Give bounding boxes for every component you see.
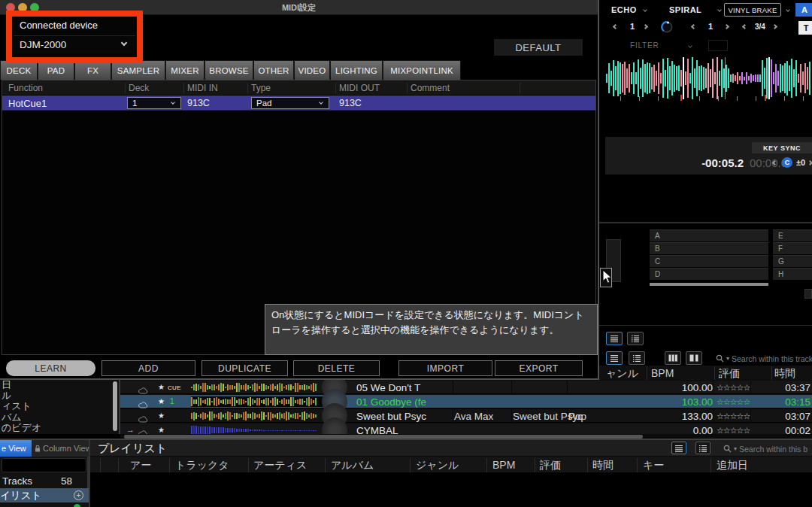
col-key[interactable]: キー [643,459,664,472]
split-view-icon[interactable] [686,351,702,365]
sidebar-item-tracks[interactable]: Tracks 58 [0,475,89,488]
sidebar-filter-box[interactable] [2,458,86,472]
col-track-title[interactable]: トラックタ [175,459,229,472]
fx-knob-icon[interactable] [660,20,674,37]
track-row[interactable]: ★ CUE 05 We Don't T 100.00 ☆☆☆☆☆ 03:37 [120,381,812,394]
col-artwork[interactable]: アー [130,459,151,472]
sidebar-item-playlist-selected[interactable]: イリスト + [0,488,89,502]
sidebar-item-partial[interactable] [0,502,89,507]
hot-cue-slot[interactable]: C [650,255,768,267]
type-select[interactable]: Pad [251,97,329,109]
fx3-select[interactable]: VINYL BRAKE [724,3,781,17]
sidebar-item[interactable]: 日 [0,380,119,390]
track-search-input[interactable]: ▾ Search within this track [716,353,812,364]
header-time[interactable]: 時間 [774,367,795,381]
hot-cue-slot[interactable]: B [650,242,768,254]
playlist-search-input[interactable]: ▾ Search within this b [723,443,812,454]
hot-cue-slot[interactable]: H [773,268,812,280]
filter-select[interactable]: FILTER [630,41,659,50]
col-album[interactable]: アルバム [331,459,374,472]
key-sync-button[interactable]: KEY SYNC [752,142,812,153]
add-playlist-icon[interactable]: + [74,490,83,500]
col-comment[interactable]: Comment [411,83,450,93]
tab-mixpointlink[interactable]: MIXPOINTLINK [383,60,461,80]
star-icon[interactable]: ★ [158,411,165,420]
track-rating[interactable]: ☆☆☆☆☆ [717,397,750,407]
tab-lighting[interactable]: LIGHTING [330,60,383,80]
sidebar-scrollbar[interactable] [113,381,117,431]
import-button[interactable]: IMPORT [398,360,492,376]
track-time: 00:02 [752,425,810,434]
col-bpm[interactable]: BPM [492,459,515,471]
col-artist[interactable]: アーティス [253,459,307,472]
col-midi-out[interactable]: MIDI OUT [339,83,380,93]
tab-browse[interactable]: BROWSE [205,60,253,80]
list-view-icon[interactable] [606,332,623,345]
fx-assign-button[interactable]: A [795,3,812,17]
fx2-select[interactable]: SPIRAL [669,5,701,14]
header-rating[interactable]: 評価 [719,367,740,381]
tap-button[interactable]: T [798,21,812,35]
track-strip-sidebar: 日 ル ィスト バム のビデオ [0,380,120,434]
track-rating[interactable]: ☆☆☆☆☆ [717,411,750,421]
track-row[interactable]: ★ Sweet but Psyc Ava Max Sweet but Psyc … [120,409,812,423]
col-rating[interactable]: 評価 [540,459,561,472]
tab-mixer[interactable]: MIXER [165,60,205,80]
track-row-selected[interactable]: ★ 1 01 Goodbye (fe 103.00 ☆☆☆☆☆ 03:15 [120,395,812,408]
track-rating[interactable]: ☆☆☆☆☆ [717,383,750,393]
hot-cue-slot[interactable]: E [773,229,812,241]
tab-video[interactable]: VIDEO [294,60,330,80]
header-bpm[interactable]: BPM [651,367,674,379]
header-genre[interactable]: ャンル [606,367,638,381]
app-root: MIDI設定 DEFAULT DECK PAD FX SAMPLER MIXER… [0,0,812,507]
tab-other[interactable]: OTHER [253,60,294,80]
tab-column-view[interactable]: Column View [32,440,89,457]
detail-list-icon[interactable] [629,351,645,365]
col-type[interactable]: Type [251,83,271,93]
search-filter-icon: ▾ [726,355,729,362]
chevron-down-icon [121,40,127,46]
column-view-icon[interactable] [665,351,681,365]
default-button[interactable]: DEFAULT [494,39,583,56]
learn-button[interactable]: LEARN [6,360,95,376]
col-function[interactable]: Function [8,83,43,93]
hot-cue-slot[interactable]: D [650,268,768,280]
add-button[interactable]: ADD [102,360,195,376]
detail-list-icon[interactable] [695,442,710,454]
hot-cue-marker[interactable] [680,95,682,101]
deck-select[interactable]: 1 [127,97,181,109]
col-date-added[interactable]: 追加日 [717,459,748,472]
sidebar-item[interactable]: ル [0,390,119,401]
star-icon[interactable]: ★ [158,383,165,391]
hot-cue-slot[interactable]: G [773,255,812,267]
hot-cue-slot[interactable]: A [650,229,768,241]
duplicate-button[interactable]: DUPLICATE [201,360,288,376]
col-time[interactable]: 時間 [592,459,614,472]
star-icon[interactable]: ★ [158,426,165,434]
sidebar-item[interactable]: ィスト [0,401,119,411]
cue-bank-scrollbar[interactable] [650,283,768,286]
detail-list-icon[interactable] [627,332,644,345]
hot-cue-marker[interactable] [765,95,766,101]
tab-tree-view[interactable]: e View [0,440,32,457]
col-midi-in[interactable]: MIDI IN [187,83,218,93]
sidebar-item[interactable]: バム [0,412,119,423]
main-waveform[interactable] [606,57,810,99]
track-waveform-thumb [191,411,323,421]
delete-button[interactable]: DELETE [293,360,380,376]
track-row[interactable]: → ★ CYMBAL 0.00 ☆☆☆☆☆ 00:02 [120,424,812,434]
track-list: ★ CUE 05 We Don't T 100.00 ☆☆☆☆☆ 03:37 ★… [120,380,812,434]
connected-device-select[interactable]: DJM-2000 [14,35,135,53]
sidebar-item[interactable]: のビデオ [0,423,119,433]
track-bpm: 103.00 [601,396,713,408]
fx1-select[interactable]: ECHO [611,5,637,14]
list-view-icon[interactable] [606,351,623,365]
star-icon[interactable]: ★ [158,397,165,405]
col-genre[interactable]: ジャンル [416,459,459,472]
track-rating[interactable]: ☆☆☆☆☆ [717,426,750,434]
export-button[interactable]: EXPORT [495,360,583,376]
col-deck[interactable]: Deck [129,83,149,93]
mapping-row-selected[interactable]: HotCue1 1 913C Pad 913C [2,96,595,111]
hot-cue-slot[interactable]: F [773,242,812,254]
list-view-icon[interactable] [671,442,686,454]
